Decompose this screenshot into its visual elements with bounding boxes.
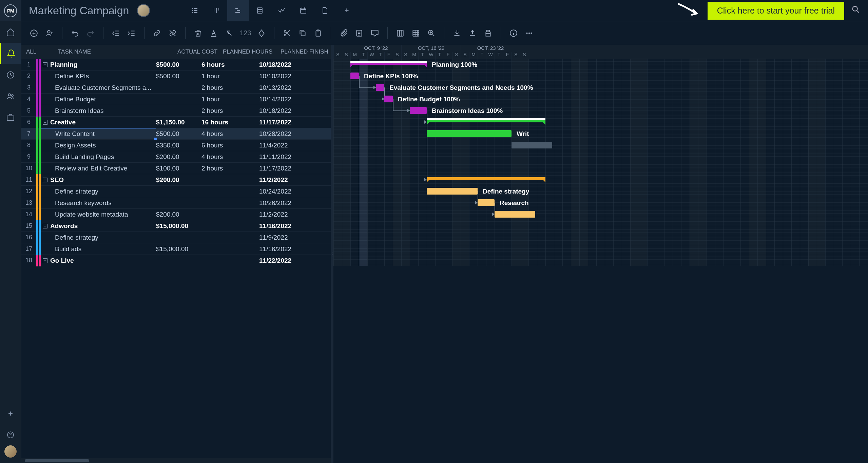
cut-icon[interactable] [281,27,293,40]
grid-icon[interactable] [409,27,422,40]
col-task-name[interactable]: TASK NAME [58,48,177,55]
logo[interactable]: PM [0,0,21,21]
print-icon[interactable] [482,27,495,40]
table-row[interactable]: 5Brainstorm Ideas2 hours10/18/2022 [21,105,331,116]
attach-icon[interactable] [337,27,350,40]
view-files[interactable] [314,0,336,21]
expand-icon[interactable]: − [43,62,47,67]
copy-icon[interactable] [296,27,309,40]
delete-icon[interactable] [192,27,205,40]
svg-point-23 [531,32,532,34]
info-icon[interactable] [507,27,520,40]
table-row[interactable]: 16Define strategy11/9/2022 [21,232,331,243]
notes-icon[interactable] [353,27,366,40]
col-all[interactable]: ALL [21,48,58,55]
project-title[interactable]: Marketing Campaign [29,4,129,17]
row-number: 13 [21,199,36,206]
table-row[interactable]: 3Evaluate Customer Segments a...2 hours1… [21,82,331,93]
table-row[interactable]: 7Write Content$500.004 hours10/28/2022 [21,128,331,139]
project-owner-avatar[interactable] [137,4,150,17]
view-sheet[interactable] [249,0,271,21]
table-row[interactable]: 18−Go Live11/22/2022 [21,255,331,266]
gantt-task-bar[interactable] [384,96,393,102]
nav-notifications[interactable] [0,43,21,64]
actual-cost: $200.00 [156,211,201,218]
outdent-icon[interactable] [110,27,122,40]
gantt-chart[interactable]: OCT, 9 '22OCT, 16 '22OCT, 23 '22SSMTWTFS… [333,45,868,463]
gantt-task-bar[interactable] [350,73,359,79]
planned-finish: 10/28/2022 [259,130,331,138]
table-row[interactable]: 6−Creative$1,150.0016 hours11/17/2022 [21,116,331,128]
col-planned-hours[interactable]: PLANNED HOURS [223,48,281,55]
table-row[interactable]: 15−Adwords$15,000.0011/16/2022 [21,220,331,232]
gantt-task-bar[interactable] [478,199,495,206]
redo-icon[interactable] [84,27,97,40]
table-row[interactable]: 10Review and Edit Creative$100.002 hours… [21,162,331,174]
nav-recent[interactable] [0,64,21,85]
gantt-task-bar[interactable] [512,142,552,148]
expand-icon[interactable]: − [43,224,47,228]
svg-rect-5 [257,8,262,13]
view-board[interactable] [206,0,227,21]
number-format-icon[interactable]: 123 [238,29,252,37]
gantt-task-bar[interactable] [427,130,512,137]
text-color-icon[interactable] [207,27,220,40]
milestone-icon[interactable] [255,27,268,40]
zoom-icon[interactable] [425,27,438,40]
table-row[interactable]: 4Define Budget1 hour10/14/2022 [21,93,331,105]
col-actual-cost[interactable]: ACTUAL COST [177,48,223,55]
table-row[interactable]: 14Update website metadata$200.0011/2/202… [21,208,331,220]
expand-icon[interactable]: − [43,258,47,263]
gantt-task-bar[interactable] [495,211,535,218]
view-dashboard[interactable] [271,0,292,21]
view-add[interactable]: + [336,0,358,21]
nav-home[interactable] [0,21,21,43]
view-gantt[interactable] [227,0,249,21]
nav-add[interactable]: + [0,403,21,424]
undo-icon[interactable] [69,27,81,40]
export-icon[interactable] [466,27,479,40]
task-name: Update website metadata [55,211,128,218]
assign-icon[interactable] [43,27,56,40]
grid-scrollbar-h[interactable] [21,458,331,463]
gantt-task-bar[interactable] [410,107,427,114]
pane-splitter[interactable] [331,45,333,463]
table-row[interactable]: 11−SEO$200.0011/2/2022 [21,174,331,185]
gantt-task-bar[interactable] [376,84,384,91]
table-row[interactable]: 1−Planning$500.006 hours10/18/2022 [21,59,331,70]
paste-icon[interactable] [312,27,325,40]
table-row[interactable]: 13Research keywords10/26/2022 [21,197,331,208]
view-calendar[interactable] [292,0,314,21]
expand-icon[interactable]: − [43,120,47,125]
search-icon[interactable] [851,5,861,17]
gantt-task-bar[interactable] [427,188,478,195]
comments-icon[interactable] [368,27,381,40]
col-planned-finish[interactable]: PLANNED FINISH [281,48,331,55]
columns-icon[interactable] [394,27,407,40]
user-avatar-sidebar[interactable] [4,445,17,458]
add-task-icon[interactable] [27,27,40,40]
expand-icon[interactable]: − [43,178,47,182]
view-list[interactable] [184,0,206,21]
svg-point-2 [12,95,13,96]
nav-help[interactable] [0,424,21,445]
free-trial-button[interactable]: Click here to start your free trial [708,2,844,20]
gantt-day-label: M [469,52,478,59]
svg-point-11 [284,30,286,32]
planned-hours: 6 hours [201,61,259,68]
link-icon[interactable] [151,27,163,40]
unlink-icon[interactable] [166,27,179,40]
table-row[interactable]: 9Build Landing Pages$200.004 hours11/11/… [21,151,331,162]
gantt-summary-bar[interactable] [427,177,545,180]
table-row[interactable]: 12Define strategy10/24/2022 [21,185,331,197]
nav-portfolio[interactable] [0,107,21,128]
more-icon[interactable] [523,27,536,40]
planned-hours: 2 hours [201,165,259,172]
table-row[interactable]: 17Build ads$15,000.0011/16/2022 [21,243,331,255]
indent-icon[interactable] [125,27,138,40]
clear-format-icon[interactable] [223,27,236,40]
import-icon[interactable] [450,27,463,40]
table-row[interactable]: 2Define KPIs$500.001 hour10/10/2022 [21,70,331,82]
nav-team[interactable] [0,85,21,107]
table-row[interactable]: 8Design Assets$350.006 hours11/4/2022 [21,139,331,151]
